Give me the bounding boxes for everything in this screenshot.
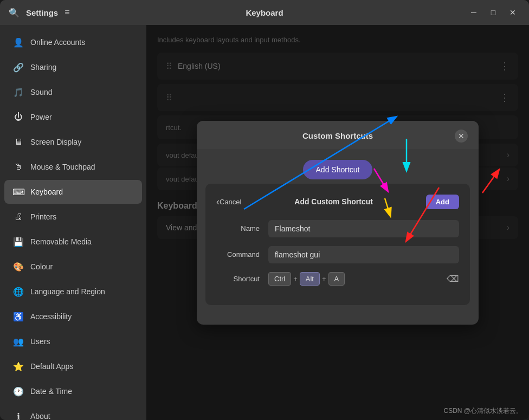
colour-icon: 🎨: [13, 261, 24, 272]
sidebar-label-language-region: Language and Region: [30, 287, 105, 296]
sidebar-item-default-apps[interactable]: ⭐ Default Apps: [4, 354, 142, 378]
sidebar-label-default-apps: Default Apps: [30, 362, 73, 371]
minimize-button[interactable]: ─: [466, 5, 481, 20]
sidebar-item-colour[interactable]: 🎨 Colour: [4, 255, 142, 279]
command-row: Command: [216, 246, 459, 263]
key-ctrl: Ctrl: [268, 272, 291, 286]
modal-overlay: Custom Shortcuts ✕ Add Shortcut ‹ Cancel…: [146, 25, 529, 420]
menu-button[interactable]: ≡: [64, 8, 69, 17]
sidebar-item-mouse-touchpad[interactable]: 🖱 Mouse & Touchpad: [4, 155, 142, 179]
sidebar-item-accessibility[interactable]: ♿ Accessibility: [4, 305, 142, 328]
plus-icon-1: +: [293, 275, 298, 283]
command-label: Command: [216, 250, 260, 259]
sidebar-label-sharing: Sharing: [30, 63, 56, 72]
window-controls: ─ □ ✕: [466, 5, 520, 20]
sidebar-item-screen-display[interactable]: 🖥 Screen Display: [4, 130, 142, 154]
sidebar-label-keyboard: Keyboard: [30, 188, 63, 196]
inner-dialog-header: ‹ Cancel Add Custom Shortcut Add: [216, 195, 459, 209]
sidebar-label-screen-display: Screen Display: [30, 138, 81, 146]
power-icon: ⏻: [13, 112, 24, 122]
sidebar-label-date-time: Date & Time: [30, 387, 72, 396]
shortcut-row: Shortcut Ctrl + Alt + A ⌫: [216, 272, 459, 286]
modal-title: Custom Shortcuts: [302, 131, 373, 140]
close-button[interactable]: ✕: [505, 5, 520, 20]
sidebar-item-sharing[interactable]: 🔗 Sharing: [4, 55, 142, 79]
about-icon: ℹ: [13, 411, 24, 420]
sidebar-item-language-region[interactable]: 🌐 Language and Region: [4, 280, 142, 303]
key-alt: Alt: [300, 272, 320, 286]
name-input[interactable]: [268, 220, 459, 237]
sidebar-item-online-accounts[interactable]: 👤 Online Accounts: [4, 30, 142, 54]
sidebar-item-sound[interactable]: 🎵 Sound: [4, 80, 142, 104]
sidebar-label-users: Users: [30, 337, 50, 346]
add-shortcut-button[interactable]: Add Shortcut: [303, 160, 373, 179]
settings-title: Settings: [26, 8, 58, 17]
keyboard-icon: ⌨: [13, 186, 24, 197]
sidebar-label-power: Power: [30, 113, 52, 121]
window-title: Keyboard: [246, 8, 283, 17]
users-icon: 👥: [13, 336, 24, 347]
screen-display-icon: 🖥: [13, 137, 24, 147]
delete-shortcut-button[interactable]: ⌫: [447, 274, 459, 284]
titlebar: 🔍 Settings ≡ Keyboard ─ □ ✕: [0, 0, 529, 25]
content-area: Includes keyboard layouts and input meth…: [146, 25, 529, 420]
sidebar-label-printers: Printers: [30, 212, 56, 221]
sound-icon: 🎵: [13, 87, 24, 98]
default-apps-icon: ⭐: [13, 361, 24, 372]
maximize-button[interactable]: □: [486, 5, 501, 20]
settings-window: 🔍 Settings ≡ Keyboard ─ □ ✕ 👤 Online Acc…: [0, 0, 529, 420]
titlebar-left: 🔍 Settings ≡: [9, 8, 70, 18]
main-layout: 👤 Online Accounts 🔗 Sharing 🎵 Sound ⏻ Po…: [0, 25, 529, 420]
key-a: A: [328, 272, 345, 286]
sidebar-label-online-accounts: Online Accounts: [30, 38, 85, 47]
inner-dialog-title: Add Custom Shortcut: [241, 197, 425, 206]
sidebar-item-users[interactable]: 👥 Users: [4, 329, 142, 353]
search-button[interactable]: 🔍: [9, 8, 20, 18]
sidebar-label-accessibility: Accessibility: [30, 312, 72, 321]
sidebar-item-removable-media[interactable]: 💾 Removable Media: [4, 230, 142, 254]
sidebar-label-about: About: [30, 412, 50, 420]
language-region-icon: 🌐: [13, 286, 24, 297]
sidebar-label-mouse-touchpad: Mouse & Touchpad: [30, 163, 95, 171]
add-custom-shortcut-dialog: ‹ Cancel Add Custom Shortcut Add Name: [205, 184, 470, 305]
command-input[interactable]: [268, 246, 459, 263]
online-accounts-icon: 👤: [13, 37, 24, 48]
sidebar-item-about[interactable]: ℹ About: [4, 404, 142, 420]
name-label: Name: [216, 224, 260, 232]
sharing-icon: 🔗: [13, 62, 24, 73]
sidebar-item-keyboard[interactable]: ⌨ Keyboard: [4, 180, 142, 204]
sidebar-label-colour: Colour: [30, 262, 53, 271]
accessibility-icon: ♿: [13, 311, 24, 322]
custom-shortcuts-modal: Custom Shortcuts ✕ Add Shortcut ‹ Cancel…: [197, 121, 479, 325]
sidebar-label-sound: Sound: [30, 88, 52, 96]
shortcut-keys-container: Ctrl + Alt + A ⌫: [268, 272, 459, 286]
shortcut-label: Shortcut: [216, 275, 260, 283]
name-row: Name: [216, 220, 459, 237]
watermark: CSDN @心清似水淡若云。: [443, 406, 522, 416]
sidebar-item-power[interactable]: ⏻ Power: [4, 105, 142, 129]
modal-header: Custom Shortcuts ✕: [197, 121, 479, 149]
modal-close-button[interactable]: ✕: [455, 130, 468, 143]
printers-icon: 🖨: [13, 211, 24, 222]
cancel-button[interactable]: Cancel: [220, 198, 241, 206]
plus-icon-2: +: [322, 275, 326, 283]
add-button[interactable]: Add: [426, 195, 459, 209]
sidebar-item-printers[interactable]: 🖨 Printers: [4, 205, 142, 229]
svg-line-5: [482, 170, 499, 193]
date-time-icon: 🕐: [13, 386, 24, 397]
sidebar: 👤 Online Accounts 🔗 Sharing 🎵 Sound ⏻ Po…: [0, 25, 146, 420]
sidebar-item-date-time[interactable]: 🕐 Date & Time: [4, 379, 142, 403]
mouse-touchpad-icon: 🖱: [13, 161, 24, 172]
sidebar-label-removable-media: Removable Media: [30, 237, 92, 246]
removable-media-icon: 💾: [13, 236, 24, 247]
